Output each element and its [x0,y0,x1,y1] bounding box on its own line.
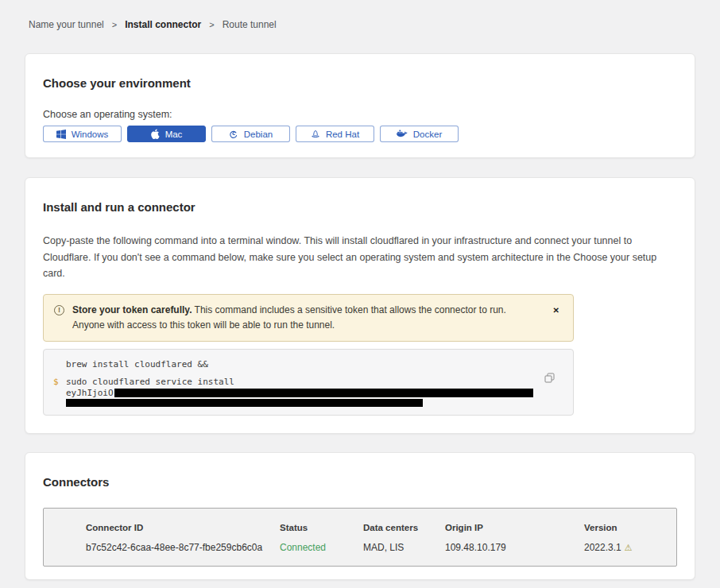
os-button-docker[interactable]: Docker [380,126,459,142]
version-warning-icon: ⚠ [625,543,633,553]
os-button-label: Debian [244,130,273,139]
os-button-debian[interactable]: Debian [211,126,290,142]
token-warning-title: Store your token carefully. [72,304,192,315]
docker-logo-icon [397,130,408,138]
connectors-table-header: Connector ID Status Data centers Origin … [86,523,668,532]
install-description: Copy-paste the following command into a … [43,233,677,282]
install-card-title: Install and run a connector [43,200,677,214]
copy-icon[interactable] [544,373,555,383]
connectors-table: Connector ID Status Data centers Origin … [43,508,677,567]
os-button-mac[interactable]: Mac [127,126,206,142]
table-row: b7c52c42-6caa-48ee-8c77-fbe259cb6c0a Con… [86,542,668,553]
header-status: Status [280,523,363,532]
header-connector-id: Connector ID [86,523,280,532]
choose-environment-card: Choose your environment Choose an operat… [25,53,695,158]
command-line-3: eyJhIjoiO [66,388,533,398]
status-badge: Connected [280,542,363,553]
header-data-centers: Data centers [363,523,445,532]
connectors-card: Connectors Connector ID Status Data cent… [25,452,695,580]
environment-card-title: Choose your environment [43,76,677,90]
command-line-2: sudo cloudflared service install [66,377,533,387]
command-line-1: brew install cloudflared && [66,359,533,369]
apple-logo-icon [151,129,160,139]
version-value: 2022.3.1⚠ [584,542,668,553]
data-centers-value: MAD, LIS [363,542,445,553]
breadcrumb-route-tunnel[interactable]: Route tunnel [223,19,277,30]
os-button-label: Mac [165,130,183,139]
os-button-label: Red Hat [326,130,359,139]
origin-ip-value: 109.48.10.179 [445,542,584,553]
install-connector-card: Install and run a connector Copy-paste t… [25,177,695,434]
windows-logo-icon [56,130,66,139]
breadcrumb-install-connector[interactable]: Install connector [125,19,201,30]
os-button-redhat[interactable]: Red Hat [296,126,374,142]
install-command-codeblock[interactable]: brew install cloudflared && $ sudo cloud… [43,349,574,416]
debian-logo-icon [229,130,238,139]
redacted-token-bar [66,399,423,407]
warning-circle-icon: ! [54,305,64,315]
breadcrumb: Name your tunnel > Install connector > R… [0,0,720,30]
breadcrumb-name-your-tunnel[interactable]: Name your tunnel [29,19,104,30]
os-button-label: Docker [413,130,442,139]
redacted-token-bar [114,389,533,397]
header-version: Version [584,523,668,532]
connectors-card-title: Connectors [43,475,677,489]
breadcrumb-separator: > [209,20,214,29]
os-button-group: Windows Mac Debian Red Hat Docker [43,126,677,142]
close-icon[interactable]: ✕ [553,307,559,315]
token-prefix: eyJhIjoiO [66,388,114,398]
breadcrumb-separator: > [112,20,117,29]
token-warning-text: Store your token carefully. This command… [72,303,525,333]
connector-id-value: b7c52c42-6caa-48ee-8c77-fbe259cb6c0a [86,542,280,553]
redhat-logo-icon [311,130,320,139]
token-warning-banner: ! Store your token carefully. This comma… [43,294,574,342]
os-button-label: Windows [72,130,109,139]
os-button-windows[interactable]: Windows [43,126,122,142]
os-select-label: Choose an operating system: [43,109,677,120]
header-origin-ip: Origin IP [445,523,584,532]
shell-prompt: $ [53,377,59,387]
